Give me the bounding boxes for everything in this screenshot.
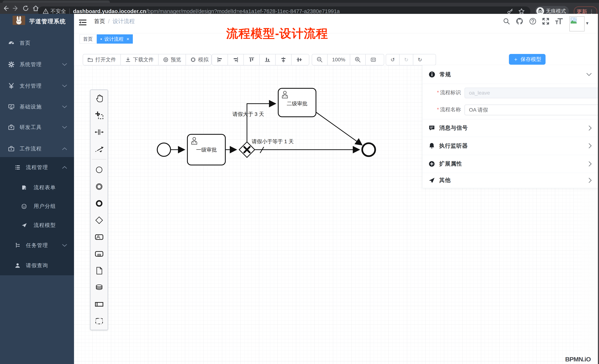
preview-button[interactable]: 预览 [158, 54, 185, 65]
sidebar-item-workflow[interactable]: 工作流程 [0, 144, 74, 154]
zoom-out-button[interactable] [312, 54, 327, 65]
avatar[interactable] [569, 16, 585, 31]
sidebar-item-home[interactable]: 首页 [0, 38, 74, 48]
bookmark-star-icon[interactable] [518, 8, 525, 15]
process-key-input[interactable] [465, 88, 599, 98]
message-icon [428, 125, 435, 131]
create-start-event[interactable] [90, 161, 108, 178]
lasso-tool[interactable] [90, 107, 108, 124]
sidebar-logo-row[interactable]: 芋道管理系统 [0, 14, 74, 34]
align-left-button[interactable] [212, 54, 228, 65]
flow-task2-to-end[interactable] [316, 112, 362, 145]
section-title: 执行监听器 [439, 142, 468, 150]
sidebar-item-task-mgmt[interactable]: 任务管理 [0, 240, 74, 251]
create-group[interactable] [90, 313, 108, 330]
create-intermediate-event[interactable] [90, 178, 108, 195]
font-size-icon[interactable] [555, 17, 563, 25]
omnibox-divider [69, 8, 70, 14]
sidebar-item-process-mgmt[interactable]: 流程管理 [0, 162, 74, 173]
end-event[interactable] [362, 143, 375, 156]
bpmn-io-watermark[interactable]: BPMN.iO [564, 356, 591, 364]
save-model-button[interactable]: ＋ 保存模型 [509, 54, 546, 65]
required-mark: * [437, 107, 439, 112]
tag-design-process[interactable]: ● 设计流程 × [97, 34, 133, 44]
field-label: 流程名称 [440, 107, 461, 112]
sidebar-submenu-workflow: 流程管理 流程表单 用户分组 流程模型 [0, 157, 74, 275]
simulate-button[interactable]: 模拟 [185, 54, 213, 65]
sidebar-item-user-group[interactable]: 用户分组 [0, 201, 74, 211]
close-icon[interactable]: × [126, 36, 129, 42]
hand-tool[interactable] [90, 90, 108, 107]
align-center-vertical-button[interactable] [275, 54, 291, 65]
chevron-up-icon [62, 147, 67, 150]
create-call-activity[interactable] [90, 245, 108, 262]
process-name-input[interactable] [465, 105, 599, 115]
tag-label: 设计流程 [104, 36, 123, 42]
bell-icon [428, 143, 435, 149]
create-user-task[interactable] [90, 229, 108, 245]
download-file-button[interactable]: 下载文件 [120, 54, 158, 65]
github-icon[interactable] [516, 17, 524, 25]
task-label: 二级审批 [287, 101, 308, 106]
condition-label-le1[interactable]: 请假小于等于 1 天 [252, 139, 294, 144]
breadcrumb-home[interactable]: 首页 [94, 17, 105, 25]
help-icon[interactable] [529, 17, 537, 25]
chevron-down-icon [62, 63, 67, 66]
sidebar-item-label: 研发工具 [20, 124, 42, 131]
create-data-store[interactable] [90, 279, 108, 296]
sidebar-item-devtools[interactable]: 研发工具 [0, 122, 74, 133]
back-button[interactable] [1, 4, 10, 13]
redo-button[interactable]: ↻ [399, 54, 413, 65]
zoom-reset-button[interactable] [365, 54, 381, 65]
breadcrumb: 首页 / 设计流程 [94, 17, 135, 25]
global-connect-tool[interactable] [90, 140, 108, 157]
field-process-key: *流程标识 [423, 87, 598, 98]
space-tool[interactable] [90, 124, 108, 140]
create-participant[interactable] [90, 296, 108, 313]
avatar-caret-icon[interactable]: ▾ [586, 20, 589, 26]
zoom-in-button[interactable] [350, 54, 365, 65]
sidebar-item-process-model[interactable]: 流程模型 [0, 220, 74, 230]
field-process-name: *流程名称 [423, 104, 598, 115]
sidebar-item-leave-query[interactable]: 请假查询 [0, 260, 74, 271]
key-icon[interactable] [507, 8, 513, 15]
create-data-object[interactable] [90, 262, 108, 279]
briefcase-icon [8, 146, 14, 152]
section-other[interactable]: 其他 [423, 173, 598, 188]
reload-button[interactable] [21, 4, 30, 13]
create-gateway[interactable] [90, 212, 108, 229]
align-bottom-button[interactable] [259, 54, 275, 65]
undo-button[interactable]: ↺ [386, 54, 399, 65]
sidebar-item-label: 用户分组 [34, 203, 56, 210]
start-event[interactable] [157, 143, 171, 156]
sidebar-item-system[interactable]: 系统管理 [0, 59, 74, 70]
fullscreen-icon[interactable] [542, 17, 549, 25]
dashboard-icon [8, 40, 14, 46]
section-messages-signals[interactable]: 消息与信号 [423, 119, 598, 137]
chevron-down-icon [586, 73, 592, 76]
condition-label-gt3[interactable]: 请假大于 3 天 [232, 111, 264, 117]
flow-gateway-to-task2[interactable] [247, 104, 276, 142]
align-right-button[interactable] [228, 54, 243, 65]
section-execution-listener[interactable]: 执行监听器 [423, 137, 598, 155]
search-icon[interactable] [503, 17, 510, 25]
tag-home[interactable]: 首页 [79, 34, 96, 44]
sidebar-item-label: 首页 [20, 40, 31, 47]
sidebar-item-payment[interactable]: 支付管理 [0, 81, 74, 91]
browser-chrome: 不安全 dashboard.yudao.iocoder.cn/bpm/manag… [0, 0, 599, 14]
align-center-horizontal-button[interactable] [291, 54, 307, 65]
browser-tab[interactable] [3, 0, 110, 3]
section-general[interactable]: 常规 [423, 65, 598, 84]
sidebar-item-label: 支付管理 [20, 82, 42, 89]
section-title: 常规 [440, 71, 451, 78]
section-extended-attributes[interactable]: 扩展属性 [423, 155, 598, 173]
sidebar-collapse-button[interactable] [79, 19, 87, 26]
sidebar-item-process-form[interactable]: 流程表单 [0, 182, 74, 193]
url-text[interactable]: dashboard.yudao.iocoder.cn/bpm/manager/m… [73, 8, 340, 14]
create-end-event[interactable] [90, 195, 108, 212]
open-file-button[interactable]: 打开文件 [83, 54, 120, 65]
restart-button[interactable]: ↻ [413, 54, 426, 65]
forward-button[interactable] [11, 4, 20, 13]
align-top-button[interactable] [243, 54, 259, 65]
sidebar-item-infra[interactable]: 基础设施 [0, 102, 74, 112]
